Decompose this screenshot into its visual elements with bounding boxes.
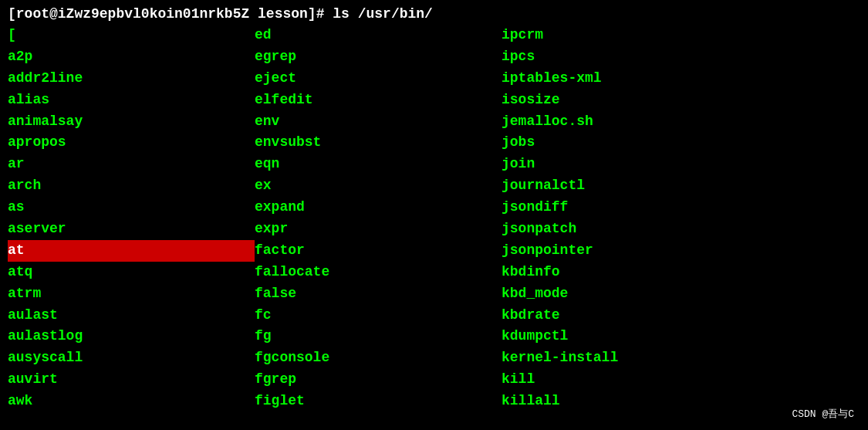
list-item: jemalloc.sh — [502, 111, 733, 133]
list-item: at — [8, 240, 255, 262]
terminal-window: [root@iZwz9epbvl0koin01nrkb5Z lesson]# l… — [8, 6, 860, 424]
list-item: elfedit — [255, 90, 502, 111]
list-item: animalsay — [8, 111, 255, 133]
list-item: ausyscall — [8, 347, 255, 369]
list-item: ipcs — [502, 46, 733, 68]
list-item: figlet — [255, 391, 502, 412]
list-item: aulastlog — [8, 326, 255, 347]
column-2: edegrepejectelfeditenvenvsubsteqnexexpan… — [255, 25, 502, 412]
list-item: ex — [255, 175, 502, 197]
list-item: envsubst — [255, 132, 502, 154]
list-item: aulast — [8, 305, 255, 327]
list-item: jobs — [502, 132, 733, 154]
list-item: auvirt — [8, 369, 255, 391]
list-item: fallocate — [255, 262, 502, 283]
list-item: isosize — [502, 90, 733, 111]
list-item: false — [255, 283, 502, 305]
list-item: jsonpatch — [502, 218, 733, 240]
list-item: awk — [8, 391, 255, 412]
list-item: eject — [255, 68, 502, 90]
list-item: as — [8, 197, 255, 218]
command-line: [root@iZwz9epbvl0koin01nrkb5Z lesson]# l… — [8, 6, 860, 22]
list-item: journalctl — [502, 175, 733, 197]
list-item: kbd_mode — [502, 283, 733, 305]
list-item: kernel-install — [502, 347, 733, 369]
list-item: eqn — [255, 154, 502, 175]
column-1: [a2paddr2linealiasanimalsayaproposararch… — [8, 25, 255, 412]
list-item: kbdrate — [502, 305, 733, 327]
list-item: arch — [8, 175, 255, 197]
list-item: fc — [255, 305, 502, 327]
list-item: apropos — [8, 132, 255, 154]
list-item: jsondiff — [502, 197, 733, 218]
list-item: ipcrm — [502, 25, 733, 46]
list-item: kill — [502, 369, 733, 391]
content-area: [a2paddr2linealiasanimalsayaproposararch… — [8, 25, 860, 412]
list-item: atq — [8, 262, 255, 283]
list-item: fg — [255, 326, 502, 347]
list-item: alias — [8, 90, 255, 111]
list-item: factor — [255, 240, 502, 262]
list-item: egrep — [255, 46, 502, 68]
watermark: CSDN @吾与C — [792, 407, 854, 421]
list-item: fgconsole — [255, 347, 502, 369]
list-item: a2p — [8, 46, 255, 68]
list-item: kdumpctl — [502, 326, 733, 347]
list-item: [ — [8, 25, 255, 46]
list-item: killall — [502, 391, 733, 412]
list-item: expr — [255, 218, 502, 240]
list-item: aserver — [8, 218, 255, 240]
list-item: ed — [255, 25, 502, 46]
list-item: jsonpointer — [502, 240, 733, 262]
list-item: join — [502, 154, 733, 175]
list-item: ar — [8, 154, 255, 175]
list-item: fgrep — [255, 369, 502, 391]
list-item: expand — [255, 197, 502, 218]
list-item: iptables-xml — [502, 68, 733, 90]
list-item: env — [255, 111, 502, 133]
list-item: kbdinfo — [502, 262, 733, 283]
column-3: ipcrmipcsiptables-xmlisosizejemalloc.shj… — [502, 25, 733, 412]
list-item: addr2line — [8, 68, 255, 90]
list-item: atrm — [8, 283, 255, 305]
